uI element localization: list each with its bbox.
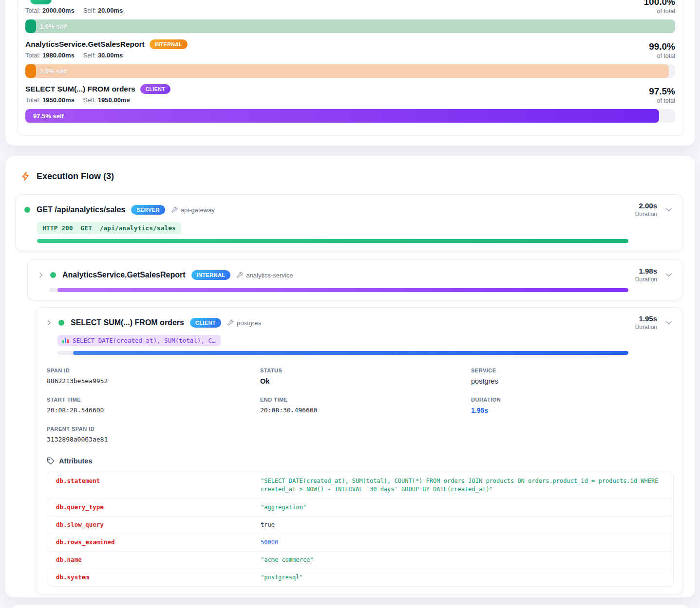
status-ok-dot [24,207,30,213]
execution-flow-card: Execution Flow (3) GET /api/analytics/sa… [5,156,696,598]
total-time: 1980.00ms [42,52,75,59]
percent-of-total: 99.0% of total [649,41,675,60]
span-timeline-track [49,288,628,292]
service-tag: postgres [227,319,261,327]
attribute-value: "acme_commerce" [261,556,662,564]
attribute-row: db.statement "SELECT DATE(created_at), S… [47,472,673,499]
section-title: Execution Flow (3) [37,171,114,182]
span-name: GET /api/analytics/sales [37,205,125,214]
hotspot-bar-track: 97.5% self [25,109,675,123]
hotspot-bar-track: 1.0% self [25,19,675,33]
span-timeline-track [37,239,628,243]
attributes-title: Attributes [59,457,92,465]
self-segment [25,19,36,33]
attribute-key: db.slow_query [56,521,261,528]
field-parent-span-id: PARENT SPAN ID 3132898a0063ae81 [47,426,260,444]
span-timeline-bar [73,351,628,355]
span-kind-badge: INTERNAL [150,39,188,49]
service-name: api-gateway [181,206,215,214]
hotspot-title: SELECT SUM(...) FROM orders [25,85,135,93]
self-percent-label: 1.5% self [40,68,67,75]
hotspot-timings: Total:1980.00ms Self:30.00ms [25,52,675,59]
duration-value: 1.95s [635,314,657,323]
attribute-value: "postgresql" [261,573,662,582]
chevron-right-icon[interactable] [37,271,45,279]
span-card-analytics-service: AnalyticsService.GetSalesReport INTERNAL… [27,259,683,300]
chevron-down-icon[interactable] [664,270,674,280]
hotspot-timings: Total:2000.00ms Self:20.00ms [25,7,675,15]
span-card-api-gateway: GET /api/analytics/sales SERVER api-gate… [15,194,683,251]
percent-of-total: 100.0% of total [644,0,675,15]
attribute-row: db.slow_query true [47,516,673,534]
field-start-time: START TIME 20:08:28.546600 [47,397,260,415]
span-row-header[interactable]: SELECT SUM(...) FROM orders CLIENT postg… [45,314,674,331]
duration-block: 1.95s Duration [635,314,657,331]
attribute-row: db.system "postgresql" [47,569,673,586]
field-service: SERVICE postgres [471,368,674,386]
span-name: AnalyticsService.GetSalesReport [62,271,186,279]
duration-block: 2.00s Duration [635,202,657,218]
bar-chart-icon [62,338,69,343]
span-row-header[interactable]: AnalyticsService.GetSalesReport INTERNAL… [37,267,674,283]
status-ok-dot [50,272,56,278]
hotspot-bar-fill: 97.5% self [25,109,659,123]
attribute-value: "SELECT DATE(created_at), SUM(total), CO… [261,477,662,494]
chevron-down-icon[interactable] [664,318,674,328]
hotspot-row-internal: AnalyticsService.GetSalesReport INTERNAL… [25,39,675,78]
service-tag: api-gateway [171,206,215,214]
attribute-row: db.name "acme_commerce" [47,552,673,569]
chevron-right-icon[interactable] [45,318,54,327]
service-tag: analytics-service [236,272,293,279]
hotspot-bar-track: 1.5% self [25,64,675,78]
next-section-card-edge [12,605,688,608]
duration-block: 1.98s Duration [635,267,657,283]
attribute-key: db.query_type [56,503,261,511]
span-row-header[interactable]: GET /api/analytics/sales SERVER api-gate… [24,202,674,218]
hotspots-panel: Total:2000.00ms Self:20.00ms 100.0% of t… [17,0,683,136]
self-percent-label: 97.5% self [33,112,64,120]
self-percent-label: 1.0% self [40,23,67,30]
duration-label: Duration [635,276,657,283]
self-time: 30.00ms [98,52,123,59]
hotspot-bar-fill: 1.0% self [25,19,675,33]
percent-of-total: 97.5% of total [649,86,675,105]
tag-icon [47,457,55,465]
execution-flow-header: Execution Flow (3) [21,171,683,182]
lightning-bolt-icon [21,171,31,182]
field-duration: DURATION 1.95s [471,397,674,415]
attributes-table: db.statement "SELECT DATE(created_at), S… [47,472,674,587]
span-card-postgres: SELECT SUM(...) FROM orders CLIENT postg… [36,307,683,595]
total-time: 1950.00ms [42,96,75,104]
span-kind-badge: CLIENT [190,318,221,328]
attributes-header: Attributes [47,457,674,465]
hotspot-timings: Total:1950.00ms Self:1950.00ms [25,96,675,104]
span-timeline-track [57,351,628,355]
attribute-key: db.statement [56,477,261,484]
duration-value: 1.98s [635,267,657,276]
self-time: 20.00ms [98,7,123,14]
attribute-value: "aggregation" [261,503,662,512]
span-kind-badge [30,0,52,4]
attribute-key: db.rows_examined [56,538,261,546]
http-status-chip: HTTP 200 GET /api/analytics/sales [37,222,181,234]
wrench-icon [227,319,234,326]
hotspot-row-root: Total:2000.00ms Self:20.00ms 100.0% of t… [25,0,675,33]
service-name: postgres [237,319,261,327]
sql-preview-chip: SELECT DATE(created_at), SUM(total), C… [57,335,221,346]
wrench-icon [236,272,243,278]
attribute-key: db.system [56,573,261,581]
span-kind-badge: INTERNAL [191,270,231,280]
hotspot-bar-fill: 1.5% self [25,64,669,78]
hotspot-row-client: SELECT SUM(...) FROM orders CLIENT Total… [25,84,675,123]
span-kind-badge: SERVER [131,205,165,215]
service-name: analytics-service [246,272,293,279]
duration-label: Duration [635,323,657,331]
chevron-down-icon[interactable] [664,205,674,215]
attribute-value: 50000 [261,538,662,547]
field-end-time: END TIME 20:08:30.496600 [260,397,471,415]
field-span-id: SPAN ID 8862213be5ea9952 [47,368,260,386]
field-status: STATUS Ok [260,368,471,386]
duration-value: 2.00s [635,202,657,210]
status-ok-dot [58,320,64,326]
duration-label: Duration [635,210,657,218]
